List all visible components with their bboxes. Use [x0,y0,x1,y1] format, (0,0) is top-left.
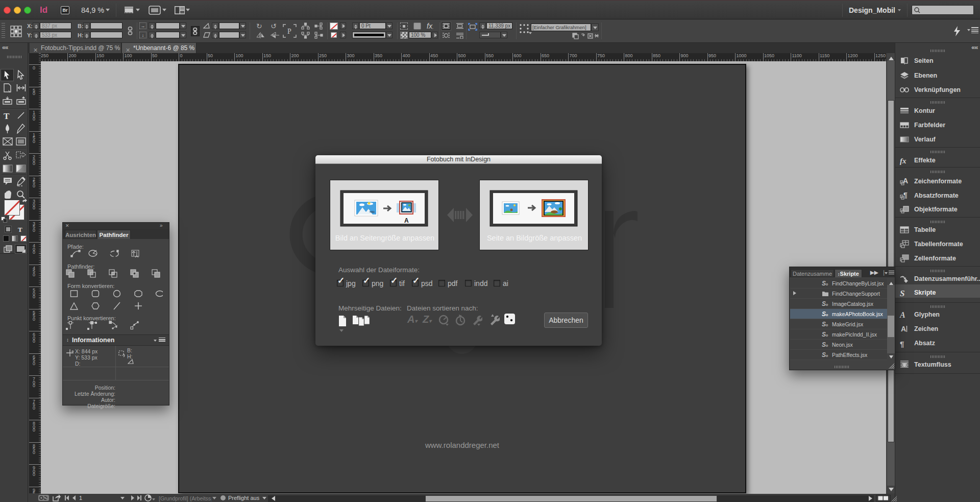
svg-text:A: A [901,325,906,333]
svg-text:P: P [287,28,291,35]
svg-text:A: A [404,217,409,224]
